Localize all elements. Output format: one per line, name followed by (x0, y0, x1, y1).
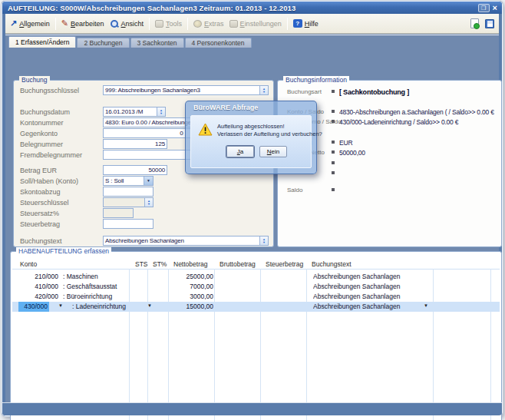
label-sollhaben: Soll/Haben (Konto) (20, 177, 101, 185)
label-buchungsdatum: Buchungsdatum (20, 108, 101, 116)
settings-icon (229, 20, 238, 28)
table-header: Konto STS ST% Nettobetrag Bruttobetrag S… (12, 260, 500, 270)
cell-buchungstext: Abschreibungen Sachanlagen (313, 303, 428, 310)
steuersatz-field[interactable] (103, 208, 134, 218)
info-row: Saldo (278, 187, 500, 196)
cell-name: : Geschäftsausstat (63, 283, 140, 290)
tab-personenkonten[interactable]: 4 Personenkonten (185, 38, 252, 48)
table-row[interactable]: 210/000 : Maschinen 25000,00 Abschreibun… (12, 272, 500, 282)
col-bruttobetrag[interactable]: Bruttobetrag (219, 260, 256, 268)
ja-button[interactable]: Ja (226, 146, 254, 157)
col-buchungstext[interactable]: Buchungstext (312, 260, 352, 268)
magnifier-icon (110, 19, 119, 28)
extras-icon (193, 20, 202, 28)
toolbar-separator (287, 18, 288, 30)
tab-erfassen-aendern[interactable]: 1 Erfassen/Ändern (8, 36, 76, 48)
table-row[interactable]: 410/000 : Geschäftsausstat 7000,00 Absch… (12, 282, 500, 292)
dropdown-arrow-icon[interactable]: ▼ (144, 177, 153, 185)
bullet-icon (332, 120, 335, 123)
buchungsdatum-field[interactable]: 16.01.2013 /M ▲▼ (103, 107, 166, 117)
app-window: AUFTEILUNG: S000W/Abschreibungen Sachanl… (2, 1, 503, 416)
spinner-icon[interactable]: ▲▼ (259, 236, 268, 245)
edit-icon: ✎ (61, 19, 68, 28)
menu-einstellungen[interactable]: Einstellungen (229, 20, 282, 28)
skontoabzug-field[interactable] (103, 187, 153, 197)
info-value: 430/000-Ladeneinrichtung / Saldo>> 0.00 … (339, 118, 500, 126)
tab-strip: 1 Erfassen/Ändern 2 Buchungen 3 Sachkont… (8, 36, 252, 48)
maximize-icon[interactable]: ❒ (478, 4, 490, 12)
spinner-icon[interactable]: ▲▼ (259, 86, 268, 94)
cell-name: : Ladeneinrichtung (72, 303, 149, 310)
toolbar-separator (149, 18, 150, 30)
save-icon[interactable] (485, 19, 494, 28)
buchungsschluessel-combo[interactable]: 999: Abschreibungen Sachanlagen3 ▲▼ (103, 85, 269, 95)
dialog-message-line1: Aufteilung abgeschlossen! (217, 123, 322, 131)
bullet-icon (332, 161, 335, 164)
table-row[interactable]: 420/000 : Büroeinrichtung 3000,00 Abschr… (12, 292, 500, 302)
window-bottom-frame (2, 402, 502, 415)
spinner-icon[interactable]: ▲▼ (157, 107, 165, 116)
bullet-icon (332, 171, 335, 174)
cell-buchungstext: Abschreibungen Sachanlagen (313, 293, 428, 300)
label-buchungstext: Buchungstext (20, 237, 101, 245)
menu-bearbeiten[interactable]: ✎ Bearbeiten (61, 19, 104, 28)
dialog-title: BüroWARE Abfrage (193, 104, 258, 111)
diagonal-arrow-icon: ↗ (10, 19, 17, 28)
groupbox-caption: HABENAUFTEILUNG erfassen (16, 247, 111, 255)
col-nettobetrag[interactable]: Nettobetrag (173, 260, 207, 268)
toolbar-separator (55, 18, 56, 30)
cell-buchungstext: Abschreibungen Sachanlagen (313, 283, 428, 290)
dropdown-arrow-icon[interactable]: ▼ (147, 303, 152, 308)
label-buchungsschluessel: Buchungsschlüssel (20, 87, 101, 94)
spinner-icon[interactable]: ▲▼ (144, 198, 153, 207)
groupbox-caption: Buchungsinformation (283, 76, 349, 84)
content-area: 1 Erfassen/Ändern 2 Buchungen 3 Sachkont… (5, 35, 499, 402)
habenaufteilung-groupbox: HABENAUFTEILUNG erfassen Konto STS ST% N… (10, 251, 502, 420)
bullet-icon (332, 90, 335, 93)
menu-label: Extras (204, 20, 224, 28)
title-bar[interactable]: AUFTEILUNG: S000W/Abschreibungen Sachanl… (2, 2, 502, 14)
betrag-field[interactable]: 50000 (103, 165, 167, 175)
nein-button[interactable]: Nein (259, 146, 287, 157)
field-value: S : Soll (104, 177, 144, 184)
col-stprozent[interactable]: ST% (153, 260, 167, 268)
col-sts[interactable]: STS (135, 260, 148, 268)
field-value: Abschreibungen Sachanlagen (104, 237, 259, 244)
menu-extras[interactable]: Extras (193, 20, 224, 28)
menu-tools[interactable]: Tools (155, 20, 182, 28)
dialog-message: Aufteilung abgeschlossen! Verlassen der … (217, 123, 322, 138)
cell-konto-selected[interactable]: 430/000 (18, 302, 49, 312)
info-value: 4830-Abschreibungen a.Sachanlagen ( / Sa… (339, 108, 500, 116)
bullet-icon (332, 150, 335, 154)
dropdown-arrow-icon[interactable]: ▼ (424, 303, 428, 308)
info-value: EUR (339, 139, 500, 147)
document-check-icon[interactable] (470, 18, 479, 28)
label-steuerbetrag: Steuerbetrag (20, 220, 101, 228)
tab-sachkonten[interactable]: 3 Sachkonten (130, 38, 184, 48)
close-icon[interactable]: × (493, 4, 497, 12)
steuerbetrag-field[interactable] (103, 219, 153, 229)
info-row: Buchungsart [ Sachkontobuchung ] (278, 88, 500, 98)
col-steuerbetrag[interactable]: Steuerbetrag (266, 260, 303, 268)
info-value: 50000,00 (339, 149, 500, 157)
dialog-body: Aufteilung abgeschlossen! Verlassen der … (190, 115, 312, 168)
toolbar-separator (187, 18, 188, 30)
dropdown-arrow-icon[interactable]: ▼ (58, 303, 63, 308)
belegnummer-field[interactable]: 125 (103, 139, 167, 149)
tab-buchungen[interactable]: 2 Buchungen (77, 38, 129, 48)
label-skontoabzug: Skontoabzug (20, 188, 101, 196)
steuerschluessel-combo[interactable]: ▲▼ (103, 197, 153, 207)
menu-allgemein[interactable]: ↗ Allgemein (10, 19, 50, 28)
cell-buchungstext: Abschreibungen Sachanlagen (313, 273, 428, 280)
col-konto[interactable]: Konto (20, 260, 37, 268)
tools-icon (155, 20, 163, 28)
menu-hilfe[interactable]: ? Hilfe (293, 19, 319, 28)
sollhaben-dropdown[interactable]: S : Soll ▼ (103, 176, 153, 186)
button-label: Ja (227, 147, 253, 157)
menu-ansicht[interactable]: Ansicht (110, 19, 144, 28)
buchungstext-combo[interactable]: Abschreibungen Sachanlagen ▲▼ (103, 236, 269, 246)
field-value: 999: Abschreibungen Sachanlagen3 (104, 87, 259, 94)
menu-label: Einstellungen (240, 20, 282, 28)
table-row-selected[interactable]: 430/000 ▼ : Ladeneinrichtung ▼ 15000,00 … (12, 302, 500, 312)
cell-konto: 420/000 (21, 293, 58, 300)
